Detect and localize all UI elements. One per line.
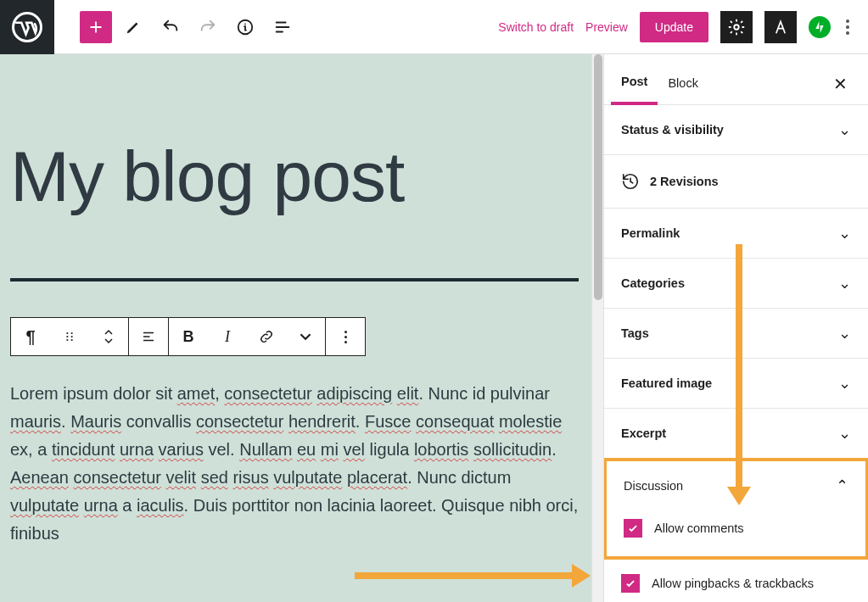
align-button[interactable]: [129, 318, 168, 355]
redo-icon: [199, 18, 217, 36]
chevron-down-icon: ⌄: [838, 224, 851, 242]
svg-point-4: [71, 332, 73, 334]
canvas-scrollbar[interactable]: [591, 54, 603, 602]
svg-point-7: [66, 339, 68, 341]
preview-link[interactable]: Preview: [585, 20, 628, 34]
wordpress-icon: [12, 12, 42, 42]
panel-label: Status & visibility: [621, 123, 724, 137]
gear-icon: [727, 18, 746, 36]
letter-a-icon: [772, 19, 789, 36]
top-toolbar: Switch to draft Preview Update: [0, 0, 868, 54]
update-button[interactable]: Update: [640, 12, 708, 42]
svg-point-5: [66, 336, 68, 337]
list-outline-icon: [273, 18, 292, 36]
block-options-button[interactable]: [326, 318, 365, 355]
redo-button[interactable]: [192, 11, 224, 43]
chevron-down-icon: ⌄: [838, 274, 851, 293]
chevron-up-icon: ⌃: [836, 477, 848, 495]
annotation-arrow-horizontal: [355, 568, 591, 583]
link-icon: [258, 328, 275, 345]
sidebar-tabs: Post Block ✕: [604, 54, 868, 105]
post-title[interactable]: My blog post: [10, 139, 581, 214]
editor-canvas[interactable]: My blog post ¶: [0, 54, 591, 602]
svg-point-2: [734, 25, 739, 30]
chevron-down-icon: [104, 337, 113, 344]
topbar-right-group: Switch to draft Preview Update: [498, 11, 868, 43]
paragraph-block-button[interactable]: ¶: [11, 318, 50, 355]
panel-label: Excerpt: [621, 426, 666, 440]
more-options-button[interactable]: [843, 16, 853, 38]
panel-label: Discussion: [624, 479, 683, 493]
chevron-down-icon: ⌄: [838, 120, 851, 139]
allow-pingbacks-row[interactable]: Allow pingbacks & trackbacks: [604, 559, 868, 602]
jetpack-icon: [813, 20, 826, 34]
tab-post[interactable]: Post: [611, 63, 658, 105]
allow-pingbacks-label: Allow pingbacks & trackbacks: [652, 577, 814, 590]
more-formatting-button[interactable]: [286, 318, 325, 355]
bold-button[interactable]: B: [169, 318, 208, 355]
undo-button[interactable]: [154, 11, 187, 43]
plus-icon: [87, 19, 104, 36]
settings-button[interactable]: [720, 11, 753, 43]
outline-button[interactable]: [266, 11, 299, 43]
chevron-down-icon: ⌄: [838, 324, 851, 343]
pencil-icon: [124, 18, 143, 36]
allow-comments-row[interactable]: Allow comments: [607, 510, 865, 556]
switch-to-draft-link[interactable]: Switch to draft: [498, 20, 574, 34]
allow-comments-label: Allow comments: [654, 521, 744, 535]
checkbox-checked[interactable]: [624, 519, 642, 538]
close-sidebar-button[interactable]: ✕: [828, 69, 853, 99]
history-icon: [621, 172, 640, 191]
svg-point-3: [66, 332, 68, 334]
undo-icon: [161, 18, 180, 36]
move-up-down[interactable]: [89, 318, 128, 355]
tab-block[interactable]: Block: [658, 64, 708, 103]
annotation-arrow-vertical: [731, 244, 747, 505]
edit-mode-button[interactable]: [117, 11, 149, 43]
chevron-down-icon: [300, 331, 311, 343]
topbar-left-group: [54, 11, 299, 43]
post-body-paragraph[interactable]: Lorem ipsum dolor sit amet, consectetur …: [10, 380, 581, 548]
wordpress-editor: Switch to draft Preview Update My blog p…: [0, 0, 868, 602]
check-icon: [624, 577, 636, 589]
checkbox-checked[interactable]: [621, 574, 640, 593]
block-toolbar: ¶ B I: [10, 317, 366, 356]
revisions-label: 2 Revisions: [650, 175, 719, 188]
svg-point-6: [71, 336, 73, 337]
panel-status-visibility[interactable]: Status & visibility ⌄: [604, 105, 868, 155]
drag-handle[interactable]: [50, 318, 89, 355]
align-left-icon: [141, 329, 156, 344]
chevron-down-icon: ⌄: [838, 374, 851, 393]
jetpack-button[interactable]: [809, 16, 831, 38]
svg-point-8: [71, 339, 73, 341]
main-content-row: My blog post ¶: [0, 54, 868, 602]
wp-logo-button[interactable]: [0, 0, 54, 54]
chevron-up-icon: [104, 329, 113, 336]
title-divider: [10, 278, 579, 281]
check-icon: [627, 522, 639, 534]
panel-label: Categories: [621, 276, 685, 290]
panel-label: Featured image: [621, 376, 712, 390]
settings-sidebar: Post Block ✕ Status & visibility ⌄ 2 Rev…: [603, 54, 868, 602]
panel-label: Tags: [621, 326, 649, 340]
add-block-button[interactable]: [80, 11, 112, 43]
drag-icon: [63, 330, 76, 343]
link-button[interactable]: [247, 318, 286, 355]
panel-label: Permalink: [621, 226, 680, 240]
panel-revisions[interactable]: 2 Revisions: [604, 155, 868, 209]
chevron-down-icon: ⌄: [838, 424, 851, 443]
styles-button[interactable]: [764, 11, 797, 43]
info-button[interactable]: [229, 11, 261, 43]
info-icon: [236, 18, 255, 36]
italic-button[interactable]: I: [208, 318, 247, 355]
